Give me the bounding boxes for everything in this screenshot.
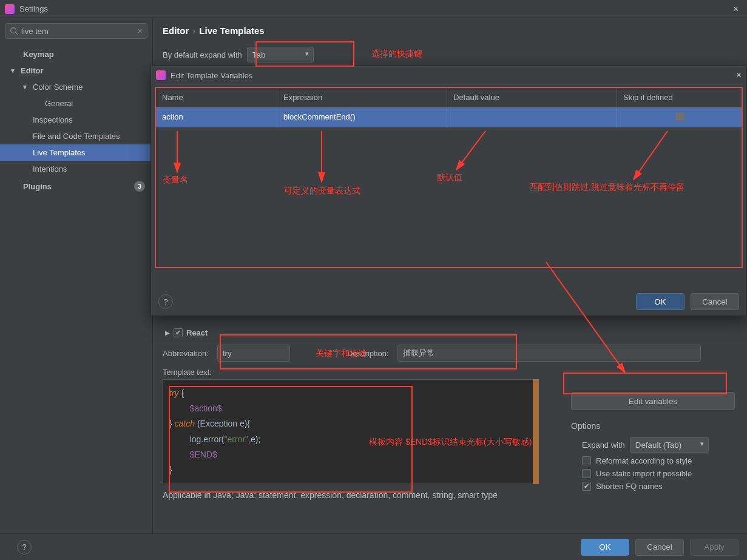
tree-plugins[interactable]: Plugins3 — [0, 177, 152, 195]
ok-button[interactable]: OK — [581, 539, 629, 556]
window-titlebar: Settings × — [0, 0, 747, 18]
shorten-fq-checkbox[interactable] — [582, 482, 591, 491]
expand-default-row: By default expand with Tab — [163, 47, 737, 62]
abbrev-desc-row: Abbreviation: Description: — [163, 345, 737, 362]
svg-line-1 — [16, 33, 18, 35]
cell-default[interactable] — [447, 107, 617, 127]
tree-editor[interactable]: ▼Editor — [0, 62, 152, 79]
abbreviation-input[interactable] — [217, 345, 290, 362]
variables-table: Name Expression Default value Skip if de… — [155, 87, 743, 268]
app-logo-icon — [5, 4, 15, 14]
tree-file-code-templates[interactable]: File and Code Templates — [0, 128, 152, 144]
options-panel: Options Expand with Default (Tab) Reform… — [571, 421, 735, 494]
shorten-fq-row[interactable]: Shorten FQ names — [582, 482, 735, 491]
modal-titlebar: Edit Template Variables × — [151, 66, 746, 84]
expand-default-select[interactable]: Tab — [247, 47, 314, 62]
edit-variables-button[interactable]: Edit variables — [571, 392, 735, 410]
editor-scrollbar[interactable] — [533, 379, 539, 484]
search-icon — [10, 27, 18, 35]
app-logo-icon — [156, 70, 166, 80]
settings-sidebar: × Keymap ▼Editor ▼Color Scheme General I… — [0, 18, 153, 533]
description-label: Description: — [347, 349, 389, 358]
tree-keymap[interactable]: Keymap — [0, 46, 152, 62]
description-input[interactable] — [397, 345, 701, 362]
expand-default-label: By default expand with — [163, 50, 242, 59]
template-text-editor[interactable]: try { $action$ } catch (Exception e){ lo… — [163, 379, 539, 484]
help-icon[interactable]: ? — [17, 540, 32, 555]
reformat-checkbox[interactable] — [582, 456, 591, 465]
static-import-checkbox[interactable] — [582, 469, 591, 478]
search-input[interactable] — [5, 23, 147, 39]
table-row[interactable]: action blockCommentEnd() — [156, 107, 742, 127]
modal-help-icon[interactable]: ? — [158, 294, 173, 309]
template-group-react[interactable]: ▶ React — [165, 328, 737, 337]
window-title: Settings — [19, 4, 729, 13]
modal-title: Edit Template Variables — [171, 71, 252, 80]
breadcrumb: Editor›Live Templates — [163, 25, 737, 36]
tree-inspections[interactable]: Inspections — [0, 112, 152, 128]
abbreviation-label: Abbreviation: — [163, 349, 209, 358]
modal-ok-button[interactable]: OK — [636, 293, 684, 310]
cancel-button[interactable]: Cancel — [635, 539, 684, 556]
plugins-badge: 3 — [134, 181, 145, 192]
cell-skip[interactable] — [617, 107, 742, 127]
caret-down-icon: ▼ — [10, 67, 16, 74]
cell-name[interactable]: action — [156, 107, 277, 127]
skip-checkbox[interactable] — [675, 112, 684, 121]
apply-button[interactable]: Apply — [690, 539, 739, 556]
expand-with-select[interactable]: Default (Tab) — [630, 437, 709, 453]
options-title: Options — [571, 421, 735, 431]
react-checkbox[interactable] — [174, 328, 183, 337]
static-import-row[interactable]: Use static import if possible — [582, 469, 735, 478]
settings-tree: Keymap ▼Editor ▼Color Scheme General Ins… — [0, 44, 152, 198]
table-header: Name Expression Default value Skip if de… — [156, 88, 742, 107]
caret-right-icon: ▶ — [165, 329, 170, 336]
modal-footer: ? OK Cancel — [151, 288, 746, 315]
expand-with-row: Expand with Default (Tab) — [582, 437, 735, 453]
template-text-label: Template text: — [163, 368, 737, 377]
modal-cancel-button[interactable]: Cancel — [691, 293, 739, 310]
edit-template-variables-dialog: Edit Template Variables × Name Expressio… — [150, 66, 747, 316]
window-close-icon[interactable]: × — [729, 4, 742, 15]
tree-live-templates[interactable]: Live Templates — [0, 144, 152, 161]
table-empty-area — [156, 127, 742, 267]
tree-general[interactable]: General — [0, 95, 152, 112]
col-default: Default value — [447, 88, 617, 107]
settings-search: × — [5, 23, 147, 39]
caret-down-icon: ▼ — [22, 84, 28, 90]
svg-point-0 — [11, 28, 16, 33]
clear-search-icon[interactable]: × — [138, 26, 143, 36]
tree-color-scheme[interactable]: ▼Color Scheme — [0, 79, 152, 95]
tree-intentions[interactable]: Intentions — [0, 161, 152, 177]
modal-close-icon[interactable]: × — [736, 70, 742, 81]
reformat-row[interactable]: Reformat according to style — [582, 456, 735, 465]
col-skip: Skip if defined — [617, 88, 742, 107]
col-expression: Expression — [277, 88, 447, 107]
cell-expression[interactable]: blockCommentEnd() — [277, 107, 447, 127]
col-name: Name — [156, 88, 277, 107]
dialog-footer: ? OK Cancel Apply — [0, 533, 747, 560]
